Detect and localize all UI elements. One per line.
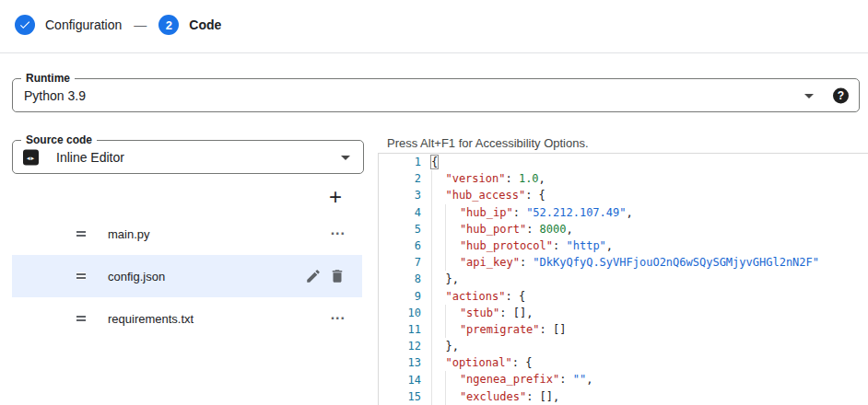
step-connector: — [134, 17, 147, 32]
header-divider [0, 52, 868, 53]
step1-complete-icon[interactable] [15, 15, 35, 35]
chevron-down-icon[interactable] [804, 94, 814, 98]
page: Configuration — 2 Code Runtime Python 3.… [0, 0, 868, 405]
source-code-select[interactable]: Source code ◂▸ Inline Editor [12, 140, 364, 174]
file-name: requirements.txt [108, 312, 194, 326]
add-file-button[interactable]: + [323, 184, 348, 210]
step2-number: 2 [166, 18, 172, 32]
file-overflow-button[interactable]: ... [331, 222, 346, 238]
runtime-value: Python 3.9 [24, 88, 86, 103]
file-overflow-button[interactable]: ... [331, 307, 346, 323]
code-editor[interactable]: 123456789101112131415 { "version": 1.0, … [378, 153, 868, 405]
source-code-field-label: Source code [21, 133, 97, 146]
file-row-requirements-txt[interactable]: requirements.txt ... [12, 297, 362, 340]
file-icon [74, 269, 88, 284]
file-name: config.json [108, 270, 165, 284]
delete-icon[interactable] [329, 268, 346, 284]
file-name: main.py [108, 227, 150, 241]
code-icon: ◂▸ [23, 149, 39, 165]
step1-label[interactable]: Configuration [45, 17, 122, 32]
chevron-down-icon[interactable] [341, 156, 350, 160]
gutter: 123456789101112131415 [379, 154, 428, 405]
file-row-main-py[interactable]: main.py ... [12, 213, 362, 255]
step2-label[interactable]: Code [189, 17, 221, 32]
source-code-value: Inline Editor [56, 150, 124, 165]
file-icon [74, 226, 88, 241]
file-row-config-json[interactable]: config.json [12, 255, 362, 297]
step2-circle[interactable]: 2 [158, 15, 179, 35]
stepper: Configuration — 2 Code [15, 15, 221, 35]
runtime-select[interactable]: Runtime Python 3.9 ? [12, 78, 860, 112]
edit-icon[interactable] [305, 268, 322, 284]
runtime-field-label: Runtime [21, 72, 75, 85]
help-icon[interactable]: ? [833, 87, 849, 103]
accessibility-hint: Press Alt+F1 for Accessibility Options. [387, 136, 589, 150]
code-lines[interactable]: { "version": 1.0, "hub_access": { "hub_i… [428, 154, 868, 405]
file-list: main.py ... config.json requirements.txt… [12, 213, 362, 340]
file-icon [74, 311, 88, 326]
